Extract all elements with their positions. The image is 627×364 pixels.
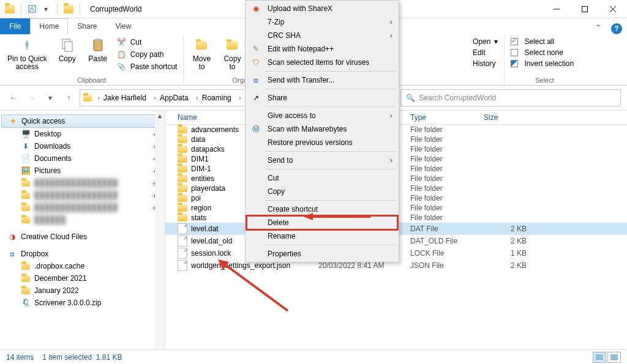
document-icon: 📄: [21, 154, 31, 163]
ctx-upload-sharex[interactable]: ◉Upload with ShareX: [247, 2, 397, 15]
malwarebytes-icon: Ⓜ: [250, 124, 261, 135]
svg-rect-7: [94, 40, 102, 51]
tab-share[interactable]: Share: [68, 18, 106, 34]
ctx-malwarebytes[interactable]: ⓂScan with Malwarebytes: [247, 122, 397, 136]
context-menu: ◉Upload with ShareX 7-Zip› CRC SHA› ✎Edi…: [245, 0, 399, 262]
sidebar-item-blurred[interactable]: ████████████████📌: [0, 201, 165, 214]
ctx-notepad[interactable]: ✎Edit with Notepad++: [247, 42, 397, 56]
history-button[interactable]: History: [470, 59, 500, 69]
close-button[interactable]: [599, 0, 627, 18]
ctx-create-shortcut[interactable]: Create shortcut: [247, 202, 397, 216]
ctx-send-to[interactable]: Send to›: [247, 154, 397, 167]
move-icon: [193, 37, 210, 54]
select-all-button[interactable]: Select all: [508, 37, 576, 46]
ctx-properties[interactable]: Properties: [247, 247, 397, 261]
ctx-scan-virus[interactable]: 🛡Scan selected items for viruses: [247, 56, 397, 69]
ctx-send-transfer[interactable]: ⧈Send with Transfer...: [247, 73, 397, 87]
details-view-button[interactable]: [593, 352, 606, 363]
select-none-button[interactable]: Select none: [508, 48, 576, 58]
folder-icon: [21, 190, 31, 200]
file-icon: [178, 223, 187, 234]
ctx-rename[interactable]: Rename: [247, 229, 397, 243]
recent-locations-icon[interactable]: ▾: [43, 91, 58, 105]
ctx-cut[interactable]: Cut: [247, 171, 397, 185]
tab-view[interactable]: View: [106, 18, 140, 34]
ctx-crc[interactable]: CRC SHA›: [247, 29, 397, 42]
thumbnails-view-button[interactable]: [607, 352, 621, 363]
sidebar-item-ccf[interactable]: ◑Creative Cloud Files: [0, 231, 165, 243]
svg-rect-6: [65, 42, 72, 51]
ctx-7zip[interactable]: 7-Zip›: [247, 15, 397, 29]
sidebar-item-pictures[interactable]: 🖼️Pictures📌: [0, 165, 165, 177]
chevron-right-icon: ›: [390, 111, 392, 120]
group-label: Clipboard: [4, 76, 179, 85]
sidebar-item-blurred[interactable]: ██████: [0, 214, 165, 226]
folder-icon: [21, 202, 31, 212]
desktop-icon: 🖥️: [21, 129, 31, 139]
navigation-pane: ★Quick access 🖥️Desktop📌 ⬇Downloads📌 📄Do…: [0, 111, 165, 350]
paste-shortcut-button[interactable]: 📎Paste shortcut: [115, 61, 180, 72]
up-button[interactable]: ↑: [61, 91, 76, 105]
paste-icon: [89, 37, 107, 54]
edit-button[interactable]: Edit: [470, 48, 500, 58]
folder-icon: [178, 146, 187, 153]
tab-file[interactable]: File: [0, 18, 30, 34]
scrollbar[interactable]: ▴: [155, 111, 165, 350]
minimize-button[interactable]: [543, 0, 571, 18]
tab-home[interactable]: Home: [30, 18, 68, 34]
qat-properties-icon[interactable]: [28, 4, 37, 14]
sidebar-item-downloads[interactable]: ⬇Downloads📌: [0, 140, 165, 152]
file-icon: [178, 248, 187, 259]
scissors-icon: ✂️: [117, 37, 127, 47]
copy-icon: [59, 37, 76, 54]
chevron-right-icon: ›: [390, 31, 392, 40]
copy-path-button[interactable]: 📋Copy path: [115, 49, 180, 60]
chevron-right-icon: ›: [390, 156, 392, 165]
svg-rect-8: [96, 39, 100, 41]
svg-rect-19: [615, 355, 617, 357]
forward-button[interactable]: →: [24, 91, 39, 105]
ctx-give-access[interactable]: Give access to›: [247, 109, 397, 122]
sidebar-item-dropbox[interactable]: ⧈Dropbox: [0, 248, 165, 260]
sidebar-item-dec-2021[interactable]: December 2021: [0, 272, 165, 284]
svg-rect-2: [582, 6, 588, 12]
open-dd[interactable]: Open ▾: [470, 37, 500, 46]
quick-access[interactable]: ★Quick access: [1, 114, 163, 128]
chevron-down-icon[interactable]: ▾: [41, 4, 51, 14]
sidebar-item-blurred[interactable]: ████████████████📌: [0, 177, 165, 189]
selection-size: 1.81 KB: [96, 353, 122, 362]
folder-icon: [178, 136, 187, 143]
maximize-button[interactable]: [571, 0, 599, 18]
invert-selection-button[interactable]: Invert selection: [508, 59, 576, 69]
ctx-restore[interactable]: Restore previous versions: [247, 136, 397, 149]
sidebar-item-documents[interactable]: 📄Documents📌: [0, 152, 165, 165]
back-button[interactable]: ←: [6, 91, 21, 105]
pin-quick-access-button[interactable]: Pin to Quick access: [4, 35, 51, 72]
file-icon: [178, 260, 187, 271]
ctx-share[interactable]: ↗Share: [247, 91, 397, 105]
folder-icon: [21, 261, 31, 271]
ctx-copy[interactable]: Copy: [247, 185, 397, 198]
search-input[interactable]: 🔍 Search CorruptedWorld: [400, 89, 621, 106]
ctx-delete[interactable]: Delete: [247, 216, 397, 229]
copy-to-button[interactable]: Copy to: [218, 35, 246, 72]
pictures-icon: 🖼️: [21, 166, 31, 176]
sidebar-item-desktop[interactable]: 🖥️Desktop📌: [0, 128, 165, 140]
collapse-ribbon-icon[interactable]: ⌃: [590, 21, 606, 34]
paste-button[interactable]: Paste: [84, 35, 112, 64]
move-to-button[interactable]: Move to: [187, 35, 216, 72]
sidebar-item-dropbox-cache[interactable]: .dropbox.cache: [0, 260, 165, 272]
sidebar-item-jan-2022[interactable]: January 2022: [0, 284, 165, 297]
folder-icon: [21, 215, 31, 225]
help-icon[interactable]: ?: [611, 23, 622, 34]
svg-rect-20: [611, 358, 614, 360]
shield-icon: 🛡: [250, 57, 261, 68]
copy-button[interactable]: Copy: [53, 35, 81, 64]
status-bar: 14 items 1 item selected 1.81 KB: [0, 349, 627, 364]
folder-icon: [178, 195, 187, 202]
sidebar-item-scrivener-zip[interactable]: 🗜️Scrivener 3.0.0.0.zip: [0, 297, 165, 309]
sidebar-item-blurred[interactable]: ████████████████📌: [0, 189, 165, 201]
cut-button[interactable]: ✂️Cut: [115, 37, 180, 48]
folder-icon: [178, 155, 187, 163]
folder-icon: [21, 178, 31, 188]
